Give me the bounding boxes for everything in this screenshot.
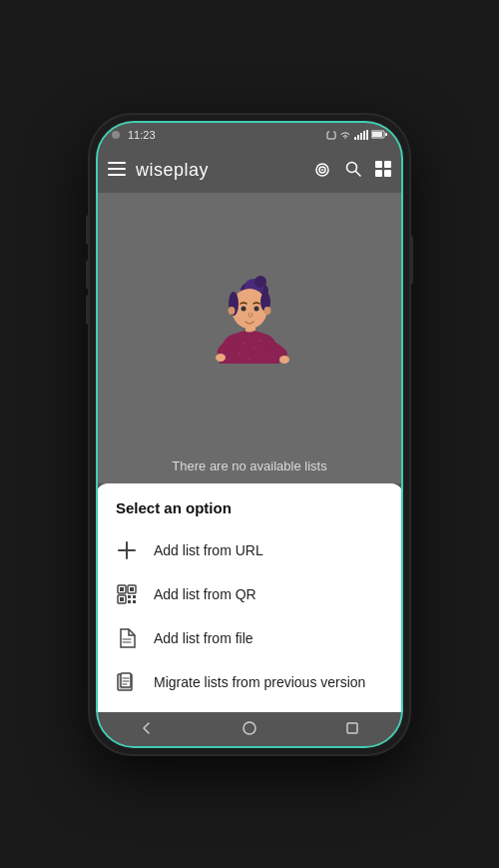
svg-rect-2 bbox=[354, 137, 356, 140]
svg-point-41 bbox=[249, 358, 251, 361]
status-bar: 11:23 bbox=[96, 121, 403, 149]
status-bar-left: 11:23 bbox=[112, 129, 156, 141]
svg-point-31 bbox=[254, 307, 259, 312]
sim-icon bbox=[326, 130, 336, 140]
svg-rect-12 bbox=[108, 174, 126, 176]
svg-point-36 bbox=[279, 356, 289, 364]
svg-point-40 bbox=[258, 340, 261, 343]
bottom-sheet-title: Select an option bbox=[96, 499, 403, 528]
search-icon[interactable] bbox=[345, 161, 361, 181]
status-bar-right bbox=[326, 130, 387, 140]
svg-rect-47 bbox=[130, 587, 134, 591]
add-qr-item[interactable]: Add list from QR bbox=[96, 572, 403, 616]
svg-point-62 bbox=[244, 722, 255, 734]
svg-rect-53 bbox=[133, 600, 136, 603]
svg-rect-63 bbox=[347, 723, 357, 733]
svg-rect-4 bbox=[360, 133, 362, 140]
battery-icon bbox=[371, 130, 387, 139]
migrate-icon bbox=[116, 671, 138, 693]
plus-icon bbox=[116, 539, 138, 561]
svg-rect-0 bbox=[327, 132, 335, 139]
phone-device: 11:23 bbox=[90, 115, 409, 754]
svg-point-15 bbox=[321, 169, 323, 171]
app-title: wiseplay bbox=[136, 160, 313, 181]
svg-point-38 bbox=[253, 348, 256, 351]
svg-rect-9 bbox=[385, 133, 387, 136]
svg-rect-18 bbox=[375, 161, 382, 168]
app-bar: wiseplay bbox=[96, 149, 403, 193]
add-qr-label: Add list from QR bbox=[154, 586, 256, 602]
svg-rect-10 bbox=[108, 162, 126, 164]
svg-point-29 bbox=[264, 307, 271, 315]
nav-bar bbox=[96, 712, 403, 748]
svg-rect-3 bbox=[357, 135, 359, 140]
back-button[interactable] bbox=[140, 721, 154, 738]
svg-point-28 bbox=[229, 307, 236, 315]
svg-line-17 bbox=[356, 171, 361, 176]
svg-rect-45 bbox=[120, 587, 124, 591]
signal-icon bbox=[354, 130, 368, 140]
file-icon bbox=[116, 627, 138, 649]
svg-rect-6 bbox=[366, 130, 368, 140]
svg-point-32 bbox=[236, 317, 244, 322]
add-url-item[interactable]: Add list from URL bbox=[96, 528, 403, 572]
svg-point-35 bbox=[216, 354, 226, 362]
svg-rect-1 bbox=[329, 130, 333, 133]
bottom-sheet: Select an option Add list from URL bbox=[96, 483, 403, 712]
wifi-icon bbox=[339, 130, 351, 140]
migrate-item[interactable]: Migrate lists from previous version bbox=[96, 660, 403, 704]
recent-button[interactable] bbox=[345, 721, 359, 738]
svg-rect-20 bbox=[375, 170, 382, 177]
empty-text: There are no available lists bbox=[96, 458, 403, 473]
svg-rect-50 bbox=[128, 595, 131, 598]
svg-point-24 bbox=[254, 276, 266, 288]
svg-rect-21 bbox=[384, 170, 391, 177]
svg-point-30 bbox=[242, 307, 247, 312]
menu-button[interactable] bbox=[108, 160, 126, 181]
svg-point-39 bbox=[239, 353, 242, 356]
migrate-label: Migrate lists from previous version bbox=[154, 674, 365, 690]
svg-rect-58 bbox=[121, 673, 131, 687]
svg-rect-19 bbox=[384, 161, 391, 168]
cast-icon[interactable] bbox=[313, 161, 331, 181]
svg-point-33 bbox=[255, 317, 263, 322]
svg-rect-49 bbox=[120, 597, 124, 601]
add-file-label: Add list from file bbox=[154, 630, 253, 646]
phone-screen: 11:23 bbox=[96, 121, 403, 748]
add-file-item[interactable]: Add list from file bbox=[96, 616, 403, 660]
app-bar-icons bbox=[313, 161, 391, 181]
character-illustration bbox=[190, 269, 309, 399]
apps-icon[interactable] bbox=[375, 161, 391, 181]
home-button[interactable] bbox=[243, 721, 256, 738]
status-time: 11:23 bbox=[128, 129, 156, 141]
camera-dot bbox=[112, 131, 120, 139]
svg-rect-51 bbox=[133, 595, 136, 598]
svg-rect-11 bbox=[108, 168, 126, 170]
main-content: There are no available lists bbox=[96, 193, 403, 483]
svg-rect-52 bbox=[128, 600, 131, 603]
svg-rect-5 bbox=[363, 131, 365, 140]
svg-rect-8 bbox=[372, 132, 382, 137]
add-url-label: Add list from URL bbox=[154, 542, 263, 558]
qr-icon bbox=[116, 583, 138, 605]
svg-point-37 bbox=[244, 343, 247, 346]
